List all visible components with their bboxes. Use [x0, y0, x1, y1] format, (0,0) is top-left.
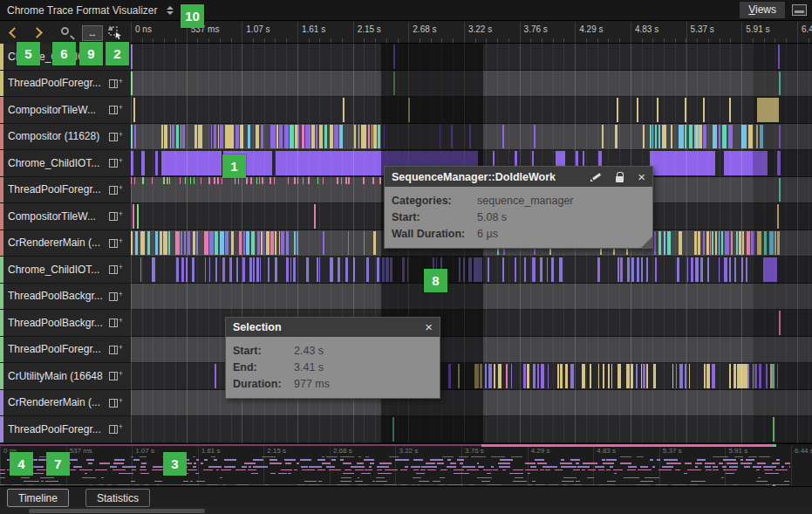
- trace-event[interactable]: [348, 231, 349, 256]
- trace-event[interactable]: [176, 257, 179, 282]
- trace-event[interactable]: [488, 364, 491, 388]
- trace-event[interactable]: [560, 364, 563, 388]
- trace-event[interactable]: [515, 257, 515, 282]
- trace-event[interactable]: [643, 125, 645, 149]
- trace-event[interactable]: [502, 125, 504, 149]
- trace-event[interactable]: [215, 231, 218, 256]
- sort-toggle-icon[interactable]: [167, 6, 174, 15]
- trace-event[interactable]: [286, 231, 290, 256]
- edit-icon[interactable]: [590, 171, 602, 182]
- expand-track-icon[interactable]: +: [109, 345, 123, 355]
- trace-event[interactable]: [294, 177, 296, 185]
- trace-event[interactable]: [700, 257, 703, 282]
- trace-event[interactable]: [308, 177, 310, 185]
- trace-event[interactable]: [290, 125, 294, 149]
- trace-event[interactable]: [229, 257, 232, 282]
- trace-event[interactable]: [305, 125, 310, 149]
- trace-event[interactable]: [161, 125, 163, 149]
- trace-event[interactable]: [131, 177, 132, 185]
- trace-event[interactable]: [363, 177, 365, 185]
- expand-track-icon[interactable]: +: [109, 318, 123, 328]
- trace-event[interactable]: [314, 204, 316, 229]
- trace-event[interactable]: [311, 125, 315, 149]
- trace-event[interactable]: [488, 257, 489, 282]
- trace-event[interactable]: [662, 125, 665, 149]
- trace-event[interactable]: [353, 257, 354, 282]
- trace-event[interactable]: [276, 151, 381, 175]
- trace-event[interactable]: [626, 364, 630, 388]
- trace-event[interactable]: [317, 177, 319, 185]
- trace-event[interactable]: [685, 364, 686, 388]
- trace-event[interactable]: [262, 177, 263, 185]
- trace-event[interactable]: [302, 125, 304, 149]
- trace-event[interactable]: [506, 364, 508, 388]
- trace-event[interactable]: [703, 98, 705, 122]
- trace-event[interactable]: [534, 125, 536, 149]
- trace-event[interactable]: [618, 364, 621, 388]
- trace-event[interactable]: [257, 231, 260, 256]
- trace-event[interactable]: [198, 125, 202, 149]
- trace-event[interactable]: [657, 98, 658, 122]
- close-icon[interactable]: ×: [425, 322, 433, 332]
- lock-icon[interactable]: [616, 176, 624, 182]
- sidebar-track-row[interactable]: Compositor (11628)+: [0, 124, 131, 151]
- trace-event[interactable]: [261, 231, 263, 256]
- trace-event[interactable]: [194, 125, 197, 149]
- trace-event[interactable]: [172, 125, 174, 149]
- trace-event[interactable]: [240, 125, 243, 149]
- trace-event[interactable]: [242, 257, 245, 282]
- trace-event[interactable]: [131, 72, 133, 96]
- trace-event[interactable]: [631, 364, 633, 388]
- trace-event[interactable]: [710, 231, 712, 256]
- trace-event[interactable]: [677, 257, 680, 282]
- trace-event[interactable]: [485, 364, 486, 388]
- trace-event[interactable]: [323, 231, 324, 256]
- trace-event[interactable]: [297, 231, 298, 256]
- trace-event[interactable]: [163, 231, 167, 256]
- sidebar-track-row[interactable]: ThreadPoolForegr...+: [0, 177, 131, 204]
- trace-event[interactable]: [194, 177, 194, 185]
- next-arrow-icon[interactable]: [31, 27, 43, 38]
- sidebar-track-row[interactable]: ThreadPoolForegr...+: [0, 416, 131, 443]
- trace-event[interactable]: [208, 177, 210, 185]
- trace-event[interactable]: [739, 231, 741, 256]
- trace-event[interactable]: [590, 364, 591, 388]
- trace-event[interactable]: [209, 231, 214, 256]
- trace-event[interactable]: [532, 257, 535, 282]
- trace-event[interactable]: [533, 364, 536, 388]
- expand-track-icon[interactable]: +: [109, 424, 123, 435]
- trace-event[interactable]: [523, 364, 526, 388]
- trace-event[interactable]: [131, 125, 133, 149]
- trace-event[interactable]: [131, 231, 133, 256]
- trace-event[interactable]: [498, 364, 502, 388]
- trace-event[interactable]: [603, 364, 604, 388]
- trace-event[interactable]: [293, 257, 296, 282]
- trace-event[interactable]: [366, 257, 369, 282]
- trace-event[interactable]: [729, 364, 730, 388]
- trace-event[interactable]: [537, 364, 539, 388]
- trace-event[interactable]: [741, 257, 743, 282]
- trace-event[interactable]: [209, 257, 210, 282]
- trace-event[interactable]: [317, 257, 317, 282]
- trace-event[interactable]: [691, 257, 693, 282]
- trace-event[interactable]: [565, 364, 568, 388]
- trace-event[interactable]: [672, 364, 674, 388]
- trace-event[interactable]: [524, 257, 526, 282]
- trace-event[interactable]: [251, 231, 256, 256]
- trace-event[interactable]: [133, 98, 135, 122]
- trace-event[interactable]: [696, 125, 698, 149]
- trace-event[interactable]: [679, 364, 683, 388]
- trace-event[interactable]: [373, 231, 376, 256]
- trace-event[interactable]: [279, 231, 280, 256]
- trace-event[interactable]: [339, 125, 343, 149]
- event-tooltip-titlebar[interactable]: SequenceManager::DoIdleWork ×: [385, 167, 652, 187]
- trace-event[interactable]: [713, 125, 717, 149]
- trace-event[interactable]: [728, 125, 733, 149]
- trace-event[interactable]: [268, 257, 270, 282]
- trace-event[interactable]: [204, 231, 208, 256]
- trace-event[interactable]: [611, 364, 612, 388]
- trace-event[interactable]: [215, 364, 215, 388]
- trace-event[interactable]: [281, 231, 283, 256]
- trace-event[interactable]: [316, 125, 318, 149]
- trace-event[interactable]: [214, 177, 215, 185]
